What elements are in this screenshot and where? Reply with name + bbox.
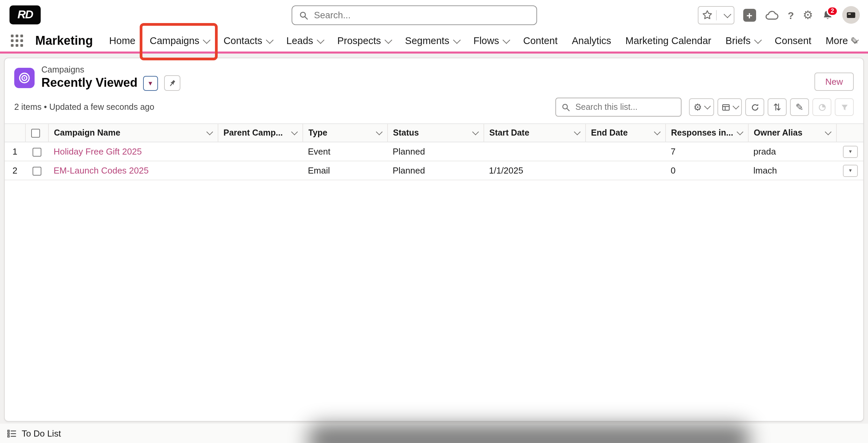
- row-select-cell[interactable]: [25, 142, 48, 161]
- search-icon: [299, 11, 309, 20]
- chevron-down-icon[interactable]: [472, 129, 478, 135]
- view-selector-dropdown[interactable]: ▼: [143, 76, 158, 90]
- list-settings-button[interactable]: ⚙: [689, 98, 714, 116]
- triangle-down-icon: ▾: [849, 167, 852, 174]
- list-toolbar: 2 items • Updated a few seconds ago ⚙: [5, 92, 863, 122]
- chevron-down-icon[interactable]: [503, 36, 510, 43]
- favorites-button-group[interactable]: [698, 6, 734, 24]
- campaign-name-link[interactable]: EM-Launch Codes 2025: [54, 165, 149, 176]
- chevron-down-icon: [704, 103, 710, 109]
- star-icon[interactable]: [702, 9, 713, 20]
- chevron-down-icon[interactable]: [724, 10, 731, 17]
- column-header-parent-campaign[interactable]: Parent Camp...: [218, 124, 302, 142]
- edit-nav-pencil-icon[interactable]: ✎: [851, 35, 859, 46]
- refresh-icon: [750, 103, 759, 112]
- nav-tabs: Home Campaigns Contacts Leads Prospects …: [109, 30, 858, 52]
- end-date-cell: [585, 161, 665, 180]
- chevron-down-icon[interactable]: [317, 36, 324, 43]
- row-number-header: [5, 124, 25, 142]
- type-cell: Event: [302, 142, 387, 161]
- column-header-owner-alias[interactable]: Owner Alias: [748, 124, 836, 142]
- app-launcher-icon[interactable]: [11, 35, 23, 47]
- nav-tab-segments[interactable]: Segments: [405, 30, 459, 52]
- responses-cell: 0: [665, 161, 748, 180]
- chevron-down-icon[interactable]: [266, 36, 273, 43]
- pin-icon: [165, 76, 179, 89]
- setup-button[interactable]: ⚙: [803, 9, 813, 21]
- row-actions-button[interactable]: ▾: [843, 164, 858, 177]
- sort-arrows-icon: ⇅: [773, 102, 781, 112]
- nav-tab-content[interactable]: Content: [523, 30, 558, 52]
- pin-list-view-button[interactable]: [164, 75, 180, 91]
- search-icon: [562, 103, 571, 112]
- avatar: [842, 6, 860, 24]
- nav-tab-home[interactable]: Home: [109, 30, 135, 52]
- inline-edit-button[interactable]: ✎: [790, 98, 809, 116]
- column-header-end-date[interactable]: End Date: [585, 124, 665, 142]
- todo-list-button[interactable]: To Do List: [22, 428, 61, 439]
- user-avatar[interactable]: [842, 6, 860, 24]
- help-button[interactable]: ?: [788, 9, 794, 21]
- global-search-input[interactable]: [313, 9, 536, 21]
- global-search[interactable]: [292, 5, 537, 25]
- new-button[interactable]: New: [814, 73, 854, 91]
- nav-tab-consent[interactable]: Consent: [775, 30, 811, 52]
- plus-icon: +: [743, 8, 756, 21]
- select-all-checkbox[interactable]: [31, 129, 40, 138]
- chevron-down-icon[interactable]: [384, 36, 392, 43]
- nav-tab-contacts[interactable]: Contacts: [223, 30, 272, 52]
- notifications-button[interactable]: 2: [822, 9, 833, 21]
- app-navigation-bar: Marketing Home Campaigns Contacts Leads …: [0, 30, 868, 54]
- chevron-down-icon[interactable]: [453, 36, 460, 43]
- select-all-header[interactable]: [25, 124, 48, 142]
- company-logo: RD: [9, 5, 41, 24]
- nav-tab-marketing-calendar[interactable]: Marketing Calendar: [626, 30, 711, 52]
- list-search-input[interactable]: [574, 102, 681, 113]
- chevron-down-icon[interactable]: [203, 36, 210, 43]
- nav-tab-analytics[interactable]: Analytics: [572, 30, 611, 52]
- chevron-down-icon[interactable]: [737, 129, 743, 135]
- campaign-name-link[interactable]: Holiday Free Gift 2025: [54, 146, 142, 157]
- column-header-status[interactable]: Status: [387, 124, 484, 142]
- refresh-button[interactable]: [745, 98, 764, 116]
- charts-button: [812, 98, 831, 116]
- sort-button[interactable]: ⇅: [768, 98, 787, 116]
- chart-pie-icon: [817, 103, 826, 112]
- utility-bar: To Do List: [0, 424, 868, 443]
- chevron-down-icon[interactable]: [376, 129, 382, 135]
- nav-tab-prospects[interactable]: Prospects: [337, 30, 391, 52]
- app-name: Marketing: [35, 34, 93, 48]
- row-checkbox[interactable]: [32, 148, 41, 157]
- table-header-row: Campaign Name Parent Camp... Type Status: [5, 124, 863, 142]
- org-switcher-button[interactable]: [765, 10, 779, 20]
- quick-create-button[interactable]: +: [743, 8, 756, 21]
- campaigns-object-icon: [14, 68, 35, 88]
- chevron-down-icon[interactable]: [206, 129, 213, 135]
- row-checkbox[interactable]: [32, 167, 41, 176]
- nav-tab-flows[interactable]: Flows: [473, 30, 509, 52]
- row-select-cell[interactable]: [25, 161, 48, 180]
- pencil-icon: ✎: [795, 102, 803, 112]
- global-header: RD +: [0, 0, 868, 30]
- nav-tab-campaigns[interactable]: Campaigns: [150, 30, 209, 52]
- column-header-type[interactable]: Type: [302, 124, 387, 142]
- row-actions-button[interactable]: ▾: [843, 145, 858, 158]
- chevron-down-icon[interactable]: [754, 36, 762, 43]
- filter-funnel-icon: [840, 103, 849, 112]
- nav-tab-briefs[interactable]: Briefs: [726, 30, 761, 52]
- column-header-campaign-name[interactable]: Campaign Name: [48, 124, 218, 142]
- chevron-down-icon[interactable]: [825, 129, 831, 135]
- nav-tab-leads[interactable]: Leads: [287, 30, 323, 52]
- column-header-start-date[interactable]: Start Date: [484, 124, 585, 142]
- salesforce-marketing-app: RD +: [0, 0, 868, 443]
- display-as-button[interactable]: [717, 98, 742, 116]
- chevron-down-icon[interactable]: [291, 129, 297, 135]
- list-search[interactable]: [556, 98, 682, 117]
- row-number: 1: [5, 142, 25, 161]
- chevron-down-icon[interactable]: [654, 129, 660, 135]
- column-header-responses[interactable]: Responses in...: [665, 124, 748, 142]
- header-actions: + ? ⚙ 2: [698, 0, 860, 30]
- list-view-name: Recently Viewed: [41, 76, 137, 90]
- chevron-down-icon[interactable]: [574, 129, 580, 135]
- row-number: 2: [5, 161, 25, 180]
